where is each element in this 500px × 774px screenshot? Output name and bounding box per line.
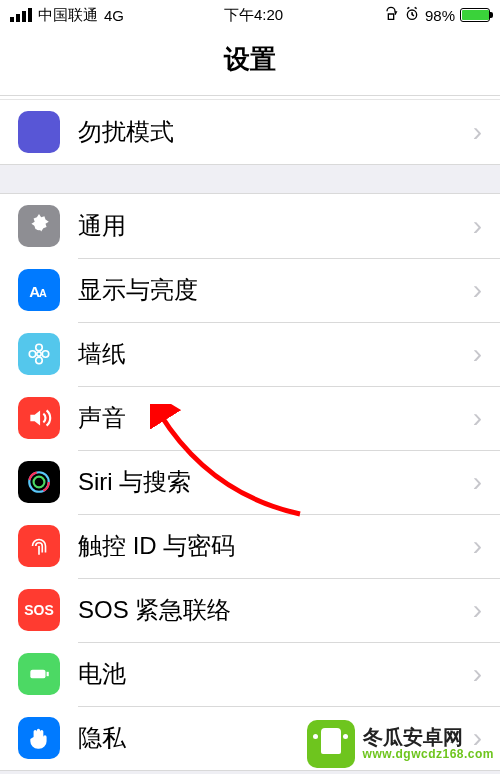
svg-point-4 — [37, 352, 41, 356]
chevron-right-icon: › — [473, 658, 482, 690]
row-label: 显示与亮度 — [78, 274, 473, 306]
battery-icon — [460, 8, 490, 22]
svg-rect-13 — [47, 672, 49, 676]
svg-point-8 — [42, 351, 49, 358]
watermark-url: www.dgwcdz168.com — [363, 748, 494, 761]
watermark-logo-icon — [307, 720, 355, 768]
row-label: 触控 ID 与密码 — [78, 530, 473, 562]
row-label: Siri 与搜索 — [78, 466, 473, 498]
svg-point-7 — [29, 351, 36, 358]
hand-icon — [18, 717, 60, 759]
status-bar: 中国联通 4G 下午4:20 98% — [0, 0, 500, 30]
row-label: 通用 — [78, 210, 473, 242]
group-dnd: 勿扰模式 › — [0, 100, 500, 165]
fingerprint-icon — [18, 525, 60, 567]
clock: 下午4:20 — [224, 6, 283, 25]
chevron-right-icon: › — [473, 466, 482, 498]
header: 设置 — [0, 30, 500, 96]
page-title: 设置 — [0, 42, 500, 77]
svg-point-6 — [36, 357, 43, 364]
svg-text:A: A — [39, 287, 47, 299]
row-wallpaper[interactable]: 墙纸 › — [0, 322, 500, 386]
battery-pct: 98% — [425, 7, 455, 24]
chevron-right-icon: › — [473, 402, 482, 434]
row-label: 电池 — [78, 658, 473, 690]
chevron-right-icon: › — [473, 210, 482, 242]
row-label: 勿扰模式 — [78, 116, 473, 148]
carrier-label: 中国联通 — [38, 6, 98, 25]
chevron-right-icon: › — [473, 338, 482, 370]
signal-icon — [10, 8, 32, 22]
chevron-right-icon: › — [473, 530, 482, 562]
row-sounds[interactable]: 声音 › — [0, 386, 500, 450]
svg-point-11 — [34, 477, 45, 488]
row-general[interactable]: 通用 › — [0, 194, 500, 258]
chevron-right-icon: › — [473, 594, 482, 626]
watermark-name: 冬瓜安卓网 — [363, 726, 494, 748]
network-label: 4G — [104, 7, 124, 24]
settings-screen: 中国联通 4G 下午4:20 98% 设置 勿扰模式 › — [0, 0, 500, 774]
status-left: 中国联通 4G — [10, 6, 124, 25]
text-size-icon: AA — [18, 269, 60, 311]
speaker-icon — [18, 397, 60, 439]
row-do-not-disturb[interactable]: 勿扰模式 › — [0, 100, 500, 164]
chevron-right-icon: › — [473, 274, 482, 306]
sos-icon: SOS — [18, 589, 60, 631]
row-label: SOS 紧急联络 — [78, 594, 473, 626]
lock-icon — [383, 6, 399, 25]
alarm-icon — [404, 6, 420, 25]
row-siri-search[interactable]: Siri 与搜索 › — [0, 450, 500, 514]
row-label: 声音 — [78, 402, 473, 434]
group-general: 通用 › AA 显示与亮度 › 墙纸 › 声音 › — [0, 193, 500, 771]
moon-icon — [18, 111, 60, 153]
siri-icon — [18, 461, 60, 503]
row-display-brightness[interactable]: AA 显示与亮度 › — [0, 258, 500, 322]
svg-rect-12 — [30, 670, 45, 679]
battery-icon — [18, 653, 60, 695]
row-battery[interactable]: 电池 › — [0, 642, 500, 706]
svg-point-5 — [36, 344, 43, 351]
row-sos[interactable]: SOS SOS 紧急联络 › — [0, 578, 500, 642]
row-touch-id-passcode[interactable]: 触控 ID 与密码 › — [0, 514, 500, 578]
row-label: 墙纸 — [78, 338, 473, 370]
watermark: 冬瓜安卓网 www.dgwcdz168.com — [307, 720, 494, 768]
gear-icon — [18, 205, 60, 247]
status-right: 98% — [383, 6, 490, 25]
flower-icon — [18, 333, 60, 375]
chevron-right-icon: › — [473, 116, 482, 148]
